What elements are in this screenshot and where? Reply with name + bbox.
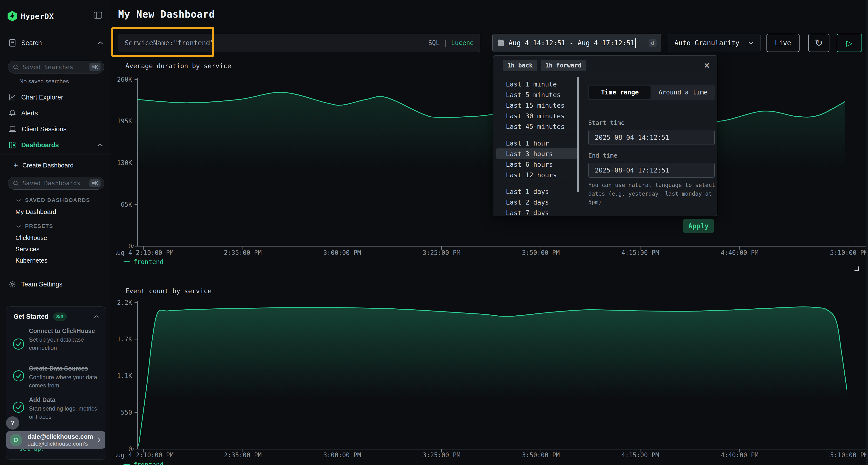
get-started-item[interactable]: Add DataStart sending logs, metrics, or … <box>12 395 102 421</box>
chart-legend[interactable]: frontend <box>123 461 163 465</box>
sidebar-item-label: Team Settings <box>21 281 62 288</box>
resize-handle-icon[interactable] <box>855 266 859 271</box>
time-range-option[interactable]: Last 7 days <box>496 207 578 217</box>
x-tick-label: Aug 4 2:10:00 PM <box>116 249 174 256</box>
filter-query-input[interactable]: ServiceName:"frontend" SQL | Lucene <box>118 34 480 52</box>
sidebar-item-team-settings[interactable]: Team Settings <box>0 277 111 291</box>
time-range-option[interactable]: Last 1 minute <box>496 79 578 89</box>
chevron-right-icon <box>97 437 101 443</box>
sidebar-item-services[interactable]: Services <box>16 245 39 253</box>
time-range-option[interactable]: Last 1 days <box>496 186 578 197</box>
time-range-option[interactable]: Last 1 hour <box>496 138 578 148</box>
chart-legend[interactable]: frontend <box>123 258 163 266</box>
lucene-toggle[interactable]: Lucene <box>451 39 474 46</box>
help-button[interactable]: ? <box>6 416 19 430</box>
sidebar-collapse-icon[interactable] <box>94 11 102 19</box>
sidebar-item-client-sessions[interactable]: Client Sessions <box>0 122 111 136</box>
time-range-option[interactable]: Last 15 minutes <box>496 100 578 110</box>
toggle-separator: | <box>443 39 447 46</box>
y-tick-label: 550 <box>121 409 132 416</box>
sidebar-item-dashboards[interactable]: Dashboards <box>0 138 111 152</box>
dashboard-grid-icon <box>9 141 16 148</box>
x-tick-label: 4:15:00 PM <box>621 452 659 459</box>
saved-dashboards-input[interactable]: Saved Dashboards ⌘K <box>8 177 104 190</box>
check-circle-icon <box>12 370 25 390</box>
time-range-option[interactable]: Last 5 minutes <box>496 89 578 100</box>
tab-around-a-time[interactable]: Around a time <box>652 86 714 99</box>
start-time-input[interactable]: 2025-08-04 14:12:51 <box>588 130 715 145</box>
duration-chart[interactable]: 065K130K195K260KAug 4 2:10:00 PM2:35:00 … <box>116 72 868 277</box>
time-range-value: Aug 4 14:12:51 - Aug 4 17:12:51 <box>508 39 634 47</box>
sidebar-item-my-dashboard[interactable]: My Dashboard <box>16 208 56 215</box>
search-icon <box>13 64 19 70</box>
journal-icon <box>9 39 16 47</box>
time-range-option[interactable]: Last 30 minutes <box>496 110 578 121</box>
end-time-input[interactable]: 2025-08-04 17:12:51 <box>588 163 715 177</box>
hyperdx-logo-icon <box>7 10 18 22</box>
chevron-up-icon <box>93 315 99 318</box>
chevron-down-icon <box>16 225 21 228</box>
sidebar-item-label: Chart Explorer <box>21 94 63 101</box>
x-tick-label: 2:35:00 PM <box>224 452 262 459</box>
saved-dashboards-section[interactable]: SAVED DASHBOARDS <box>16 197 90 203</box>
sidebar-item-label: Alerts <box>21 110 38 117</box>
create-dashboard-button[interactable]: + Create Dashboard <box>13 161 73 170</box>
apply-button[interactable]: Apply <box>683 219 714 233</box>
scrollbar-thumb[interactable] <box>577 77 579 192</box>
sidebar-item-search[interactable]: Search <box>0 36 111 49</box>
time-range-input[interactable]: Aug 4 14:12:51 - Aug 4 17:12:51 d <box>492 34 661 52</box>
app-title: HyperDX <box>21 12 54 21</box>
sql-toggle[interactable]: SQL <box>428 39 439 46</box>
x-tick-label: Aug 4 2:10:00 PM <box>116 452 174 459</box>
x-tick-label: 3:00:00 PM <box>323 249 361 256</box>
user-email: dale@clickhouse.com <box>28 433 97 440</box>
get-started-header[interactable]: Get Started 3/3 <box>13 312 99 321</box>
granularity-select[interactable]: Auto Granularity <box>668 34 761 52</box>
time-range-option[interactable]: Last 6 hours <box>496 159 578 170</box>
divider <box>0 154 111 155</box>
event-count-chart[interactable]: 05501.1K1.7K2.2KAug 4 2:10:00 PM2:35:00 … <box>116 295 868 465</box>
time-range-option[interactable]: Last 12 hours <box>496 170 578 180</box>
tab-time-range[interactable]: Time range <box>589 86 651 99</box>
time-range-option[interactable]: Last 45 minutes <box>496 121 578 132</box>
kbd-shortcut: d <box>649 39 656 47</box>
page-scrollbar[interactable] <box>866 0 868 465</box>
get-started-title: Get Started <box>13 313 49 321</box>
calendar-icon <box>497 39 504 46</box>
sidebar-item-chart-explorer[interactable]: Chart Explorer <box>0 91 111 104</box>
x-tick-label: 2:35:00 PM <box>224 249 262 256</box>
legend-dash-icon <box>123 261 130 262</box>
logo[interactable]: HyperDX <box>7 10 104 22</box>
chevron-up-icon <box>97 143 103 147</box>
play-button[interactable]: ▷ <box>837 34 862 52</box>
user-subtext: dale@clickhouse.com's <box>28 440 97 447</box>
saved-searches-input[interactable]: Saved Searches ⌘K <box>8 61 104 73</box>
close-icon[interactable]: × <box>704 61 710 71</box>
time-range-option[interactable]: Last 2 days <box>496 197 578 207</box>
no-saved-searches-text: No saved searches <box>19 78 69 85</box>
text-cursor <box>635 38 636 48</box>
divider <box>500 183 575 184</box>
natural-language-hint: You can use natural language to select d… <box>588 181 715 207</box>
sidebar-item-label: Dashboards <box>21 141 59 149</box>
chart-icon <box>9 94 16 101</box>
sidebar-item-alerts[interactable]: Alerts <box>0 106 111 120</box>
back-1h-button[interactable]: 1h back <box>503 60 537 71</box>
sidebar-item-kubernetes[interactable]: Kubernetes <box>16 257 48 264</box>
page-title: My New Dashboard <box>118 9 215 20</box>
avatar: D <box>10 434 22 446</box>
chart-title-duration: Average duration by service <box>125 62 231 70</box>
time-range-option[interactable]: Last 3 hours <box>496 148 578 159</box>
live-button[interactable]: Live <box>767 34 800 52</box>
divider <box>500 135 575 135</box>
range-tabs: Time range Around a time <box>588 85 715 100</box>
user-menu[interactable]: D dale@clickhouse.com dale@clickhouse.co… <box>6 431 105 449</box>
sidebar-item-clickhouse[interactable]: ClickHouse <box>16 234 47 242</box>
forward-1h-button[interactable]: 1h forward <box>541 60 586 71</box>
y-tick-label: 195K <box>117 118 132 125</box>
get-started-item[interactable]: Create Data SourcesConfigure where your … <box>12 364 102 390</box>
chevron-down-icon <box>16 199 21 202</box>
presets-section[interactable]: PRESETS <box>16 223 53 229</box>
get-started-item[interactable]: Connect to ClickHouseSet up your databas… <box>12 327 102 352</box>
refresh-button[interactable]: ↻ <box>808 34 830 52</box>
